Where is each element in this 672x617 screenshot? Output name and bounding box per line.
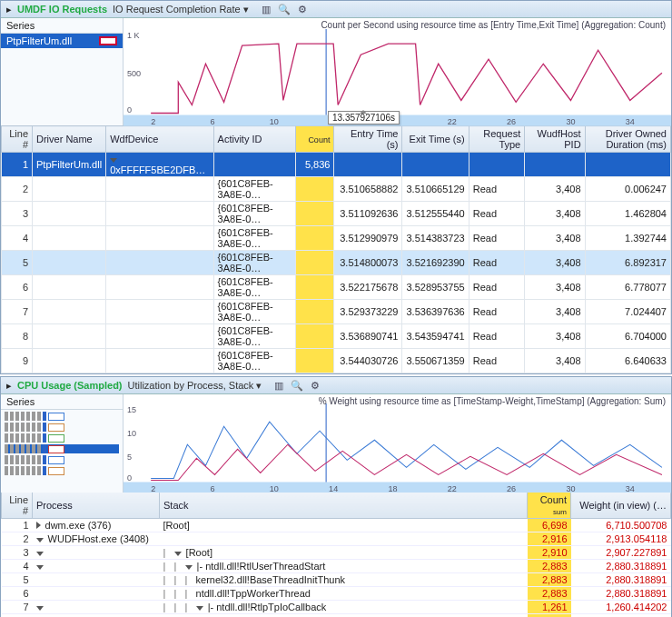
chevron-down-icon[interactable] <box>36 565 44 570</box>
svg-text:34: 34 <box>626 117 635 126</box>
chart-type-icon[interactable]: ▥ <box>260 3 272 15</box>
panel2-header: ▸ CPU Usage (Sampled) Utilization by Pro… <box>1 377 671 394</box>
table-row[interactable]: 1 dwm.exe (376)[Root]6,6986,710.500708 <box>2 519 671 532</box>
legend-swatch-icon <box>48 467 64 475</box>
col-header[interactable]: Count sum <box>528 493 571 519</box>
chart2-meta: % Weight using resource time as [TimeSta… <box>319 396 666 406</box>
search-icon[interactable]: 🔍 <box>278 3 291 15</box>
legend-swatch-icon <box>48 413 64 421</box>
table-row[interactable]: 5| | | kernel32.dll!BaseThreadInitThunk2… <box>2 573 671 587</box>
legend-swatch-icon <box>48 434 64 443</box>
series-sidebar-1: Series PtpFilterUm.dll <box>1 18 124 125</box>
table-row[interactable]: 2{601C8FEB-3A8E-0…3.5106588823.510665129… <box>2 177 671 202</box>
col-header[interactable]: Line # <box>2 126 33 153</box>
gear-icon[interactable]: ⚙ <box>309 379 321 392</box>
gear-icon[interactable]: ⚙ <box>296 3 309 15</box>
table-row[interactable]: 1PtpFilterUm.dll0xFFFFF5BE2DFB…5,836 <box>2 153 671 177</box>
series-item-ptpfilter[interactable]: PtpFilterUm.dll <box>1 34 123 48</box>
col-header[interactable]: Driver Owned Duration (ms) <box>585 126 670 153</box>
svg-text:15: 15 <box>127 405 136 414</box>
series-label: Series <box>1 394 123 410</box>
col-header[interactable]: WudfHost PID <box>525 126 585 153</box>
umdf-io-requests-panel: ▸ UMDF IO Requests IO Request Completion… <box>0 0 672 374</box>
col-header[interactable]: Count <box>296 126 334 153</box>
svg-text:0: 0 <box>127 473 132 483</box>
chevron-down-icon[interactable] <box>36 606 44 611</box>
col-header[interactable]: Exit Time (s) <box>402 126 469 153</box>
table-row[interactable]: 3 | [Root]2,9102,907.227891 <box>2 546 671 560</box>
col-header[interactable]: WdfDevice <box>106 126 213 153</box>
table-row[interactable]: 8| | | | |- WUDFHost.exe!CWudfIoDispatch… <box>2 614 671 618</box>
table-row[interactable]: 5{601C8FEB-3A8E-0…3.5148000733.521692390… <box>2 251 671 275</box>
col-header[interactable]: Stack <box>160 493 528 519</box>
chevron-down-icon[interactable] <box>110 158 117 163</box>
chart-type-icon[interactable]: ▥ <box>272 379 285 392</box>
series-sidebar-2: Series <box>1 394 124 493</box>
chevron-down-icon[interactable] <box>36 552 44 556</box>
legend-swatch-icon <box>48 456 64 464</box>
table-row[interactable]: 8{601C8FEB-3A8E-0…3.5368907413.543594741… <box>2 324 671 349</box>
cpu-stack-table[interactable]: Line #ProcessStackCount sumWeight (in vi… <box>1 493 671 617</box>
expand-icon[interactable]: ▸ <box>6 4 12 15</box>
io-requests-table[interactable]: Line #Driver NameWdfDeviceActivity IDCou… <box>1 125 671 373</box>
legend-swatch-icon <box>48 423 64 432</box>
svg-text:10: 10 <box>270 117 279 126</box>
svg-rect-14 <box>124 482 671 493</box>
chevron-down-icon[interactable] <box>36 538 44 542</box>
cpu-usage-panel: ▸ CPU Usage (Sampled) Utilization by Pro… <box>0 376 672 617</box>
chevron-right-icon[interactable] <box>36 522 41 529</box>
svg-text:0: 0 <box>127 106 132 115</box>
panel2-title1: CPU Usage (Sampled) <box>17 380 123 391</box>
io-rate-chart[interactable]: Count per Second using resource time as … <box>124 18 671 125</box>
table-row[interactable]: 3{601C8FEB-3A8E-0…3.5110926363.512555440… <box>2 202 671 226</box>
time-callout: 13.357927106s <box>328 111 400 124</box>
chevron-down-icon[interactable] <box>185 565 193 570</box>
svg-text:2: 2 <box>151 117 155 126</box>
cpu-legend[interactable] <box>1 410 123 477</box>
svg-text:1 K: 1 K <box>127 31 140 40</box>
table-row[interactable]: 7{601C8FEB-3A8E-0…3.5293732293.536397636… <box>2 300 671 324</box>
panel1-title1: UMDF IO Requests <box>17 4 107 15</box>
chart1-meta: Count per Second using resource time as … <box>321 20 666 30</box>
table-row[interactable]: 7 | | | |- ntdll.dll!RtlpTpIoCallback1,2… <box>2 601 671 614</box>
col-header[interactable]: Entry Time (s) <box>334 126 402 153</box>
series-label: Series <box>1 18 123 34</box>
legend-swatch-icon <box>48 445 64 453</box>
col-header[interactable]: Driver Name <box>33 126 106 153</box>
col-header[interactable]: Request Type <box>469 126 525 153</box>
search-icon[interactable]: 🔍 <box>291 379 303 392</box>
col-header[interactable]: Weight (in view) (… <box>571 493 671 519</box>
chevron-down-icon[interactable] <box>196 606 203 611</box>
panel2-title2[interactable]: Utilization by Process, Stack ▾ <box>128 380 262 392</box>
chevron-down-icon[interactable] <box>174 552 182 556</box>
series-swatch-icon <box>99 36 117 45</box>
panel1-title2[interactable]: IO Request Completion Rate ▾ <box>113 4 249 15</box>
table-row[interactable]: 6{601C8FEB-3A8E-0…3.5221756783.528953755… <box>2 275 671 300</box>
col-header[interactable]: Line # <box>2 493 33 519</box>
table-row[interactable]: 2 WUDFHost.exe (3408)2,9162,913.054118 <box>2 532 671 546</box>
table-row[interactable]: 4{601C8FEB-3A8E-0…3.5129909793.514383723… <box>2 226 671 251</box>
panel1-header: ▸ UMDF IO Requests IO Request Completion… <box>1 1 671 18</box>
svg-text:10: 10 <box>127 429 136 438</box>
svg-text:30: 30 <box>566 117 575 126</box>
svg-text:500: 500 <box>127 69 141 78</box>
svg-text:5: 5 <box>127 453 132 462</box>
svg-text:22: 22 <box>448 117 457 126</box>
table-row[interactable]: 4 | | |- ntdll.dll!RtlUserThreadStart2,8… <box>2 560 671 573</box>
svg-text:6: 6 <box>210 117 214 126</box>
expand-icon[interactable]: ▸ <box>6 380 12 392</box>
series-item-label: PtpFilterUm.dll <box>6 35 72 46</box>
table-row[interactable]: 9{601C8FEB-3A8E-0…3.5440307263.550671359… <box>2 349 671 373</box>
table-row[interactable]: 6| | | ntdll.dll!TppWorkerThread2,8832,8… <box>2 587 671 601</box>
svg-text:26: 26 <box>507 117 516 126</box>
col-header[interactable]: Activity ID <box>213 126 296 153</box>
cpu-chart[interactable]: % Weight using resource time as [TimeSta… <box>124 394 671 493</box>
col-header[interactable]: Process <box>33 493 160 519</box>
